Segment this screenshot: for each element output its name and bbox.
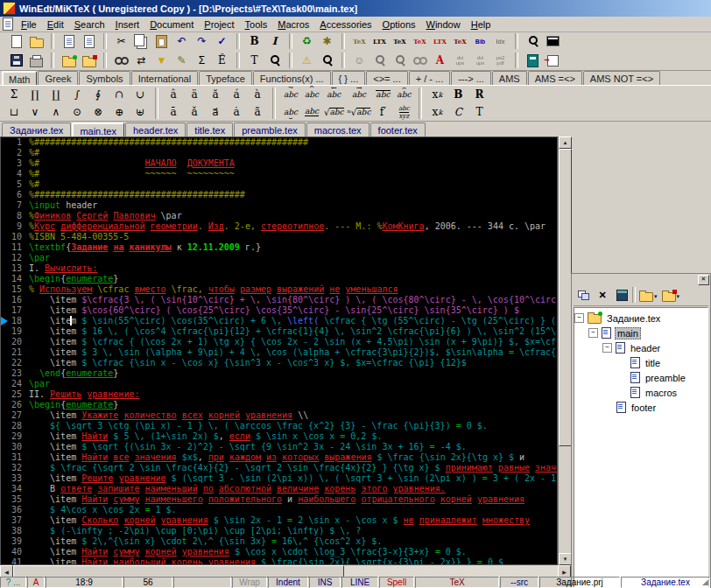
palette-symbol[interactable]: abc (301, 103, 322, 121)
palette-symbol[interactable]: â (163, 86, 184, 103)
palette-symbol[interactable]: f′ (372, 103, 393, 121)
copy-icon[interactable] (131, 32, 151, 50)
menu-help[interactable]: Help (466, 18, 496, 31)
palette-symbol[interactable]: à (247, 86, 268, 103)
palette-symbol[interactable]: ⁿ√abc (346, 103, 373, 121)
tree-expander-icon[interactable]: − (602, 343, 612, 353)
tex-icon[interactable]: TeX (390, 32, 410, 50)
tree-node-header[interactable]: −header (574, 340, 707, 355)
palette-symbol[interactable]: B (447, 86, 468, 103)
italic-icon[interactable]: I (264, 32, 285, 50)
zoom-preview-icon[interactable] (264, 52, 285, 69)
palette-symbol[interactable]: T (468, 103, 489, 121)
scroll-left-icon[interactable]: ◀ (0, 565, 13, 578)
menu-document[interactable]: Document (144, 18, 199, 31)
palette-tab-ams[interactable]: AMS (492, 71, 527, 85)
tree-node-macros[interactable]: macros (574, 385, 707, 400)
palette-tab-[interactable]: { } ... (332, 71, 366, 85)
filter-icon[interactable]: ▼ (151, 52, 172, 69)
menu-tools[interactable]: Tools (240, 18, 273, 31)
palette-symbol[interactable]: ǎ (184, 103, 205, 121)
tree-node-Задание.tex[interactable]: −Задание.tex (574, 311, 707, 326)
favorites-icon[interactable] (79, 52, 99, 69)
palette-tab-[interactable]: + / - ... (409, 71, 450, 85)
palette-symbol[interactable]: abc~ (280, 86, 301, 103)
palette-tab-[interactable]: ---> ... (451, 71, 491, 85)
palette-symbol[interactable]: á (226, 86, 247, 103)
exit-icon[interactable] (543, 52, 563, 69)
palette-tab-ams[interactable]: AMS =<> (528, 71, 582, 85)
status-cell-Задание.prj[interactable]: Задание.prj (539, 577, 620, 588)
editor-vertical-scrollbar[interactable]: ▲ ▼ (558, 136, 571, 565)
tree-node-title[interactable]: title (574, 355, 707, 370)
editor-horizontal-scrollbar[interactable]: ◀ ▶ (0, 565, 571, 578)
redo-icon[interactable]: ↷ (192, 32, 212, 50)
title-bar[interactable]: WinEdt/MiKTeX ( Unregistered Copy ) - [D… (0, 0, 711, 17)
search-project-icon[interactable] (523, 32, 543, 50)
editor[interactable]: 1%######################################… (0, 136, 558, 565)
palette-symbol[interactable]: abc (372, 86, 393, 103)
palette-tab-international[interactable]: International (131, 71, 199, 85)
palette-tab-typeface[interactable]: Typeface (199, 71, 252, 85)
palette-symbol[interactable]: ã (247, 103, 268, 121)
palette-tab-amsnot[interactable]: AMS NOT =<> (583, 71, 660, 85)
insert-graphic-icon[interactable]: ✎ (172, 52, 192, 69)
palette-symbol[interactable]: ă (205, 86, 226, 103)
palette-tab-greek[interactable]: Greek (38, 71, 78, 85)
acrobat-icon[interactable]: A (430, 52, 450, 69)
document-menu-icon[interactable] (0, 16, 16, 33)
palette-symbol[interactable]: R (468, 86, 489, 103)
tree-windows-icon[interactable] (574, 286, 593, 304)
find-icon[interactable] (111, 52, 131, 69)
palette-symbol[interactable]: ∮ (88, 86, 109, 103)
tree-node-main[interactable]: −main (574, 326, 707, 340)
palette-tab-math[interactable]: Math (2, 71, 37, 86)
cut-icon[interactable]: ✂ (111, 32, 131, 50)
doc-tab-macros.tex[interactable]: macros.tex (306, 122, 370, 136)
palette-symbol[interactable]: ∐ (46, 86, 67, 103)
palette-symbol[interactable]: ȧ (226, 103, 247, 121)
palette-symbol[interactable]: ⊎ (130, 103, 151, 121)
status-cell-empty[interactable] (173, 577, 231, 588)
pdf-latex-icon[interactable]: LTX (430, 32, 450, 50)
tree-expander-icon[interactable]: − (574, 313, 584, 323)
status-cell-INS[interactable]: INS (309, 577, 341, 588)
tree-expander-icon[interactable]: − (588, 328, 598, 338)
palette-tab-functionsx[interactable]: Functions(x) ... (253, 71, 331, 85)
menu-insert[interactable]: Insert (110, 18, 145, 31)
status-cell-56[interactable]: 56 (123, 577, 172, 588)
vertical-scroll-thumb[interactable] (559, 149, 572, 446)
bold-icon[interactable]: B (244, 32, 264, 50)
status-cell-Задание.tex[interactable]: Задание.tex◢ (621, 577, 710, 588)
doc-tab-preamble.tex[interactable]: preamble.tex (234, 122, 306, 136)
paste-icon[interactable] (151, 32, 172, 50)
status-cell-A[interactable]: A (27, 577, 45, 588)
open-folder-icon[interactable] (637, 286, 656, 304)
status-cell-Indent[interactable]: Indent (268, 577, 308, 588)
accent-icon[interactable]: Ě (212, 52, 232, 69)
replace-icon[interactable]: ⇄ (131, 52, 151, 69)
document-switch-icon[interactable] (79, 32, 99, 50)
palette-symbol[interactable]: ∧ (46, 103, 67, 121)
open-file-icon[interactable] (26, 32, 46, 50)
status-cell-Spell[interactable]: Spell (379, 577, 414, 588)
palette-symbol[interactable]: xk (426, 103, 447, 121)
menu-search[interactable]: Search (69, 18, 110, 31)
pdf-texify-icon[interactable]: TeX (410, 32, 430, 50)
palette-symbol[interactable]: ∨ (25, 103, 46, 121)
palette-symbol[interactable]: ⊙ (67, 103, 88, 121)
menu-project[interactable]: Project (199, 18, 239, 31)
erase-output-icon[interactable]: ♻ (297, 32, 317, 50)
palette-symbol[interactable]: abcxyz (393, 103, 414, 121)
fullscreen-icon[interactable] (543, 32, 563, 50)
palette-symbol[interactable]: abc← (322, 86, 346, 103)
sum-icon[interactable]: Σ (192, 52, 212, 69)
palette-symbol[interactable]: abc^ (301, 86, 322, 103)
palette-symbol[interactable]: ∪ (130, 86, 151, 103)
gather-icon[interactable]: ✱ (317, 32, 337, 50)
palette-symbol[interactable]: ā (163, 103, 184, 121)
status-cell-Wrap[interactable]: Wrap (232, 577, 267, 588)
menu-edit[interactable]: Edit (42, 18, 69, 31)
doc-tab-header.tex[interactable]: header.tex (125, 122, 186, 136)
tree-node-preamble[interactable]: preamble (574, 370, 707, 385)
